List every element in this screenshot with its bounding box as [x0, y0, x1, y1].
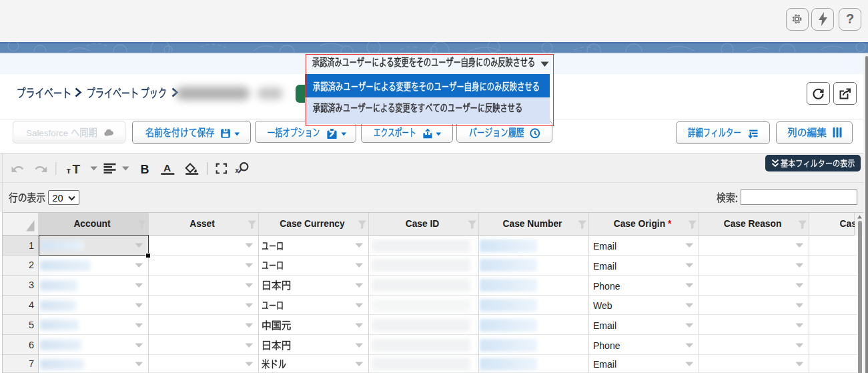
svg-text:T: T — [73, 162, 81, 176]
svg-text:т: т — [67, 165, 71, 175]
svg-text:B: B — [141, 163, 149, 176]
svg-text:A: A — [163, 162, 171, 173]
svg-text:x: x — [236, 167, 240, 174]
